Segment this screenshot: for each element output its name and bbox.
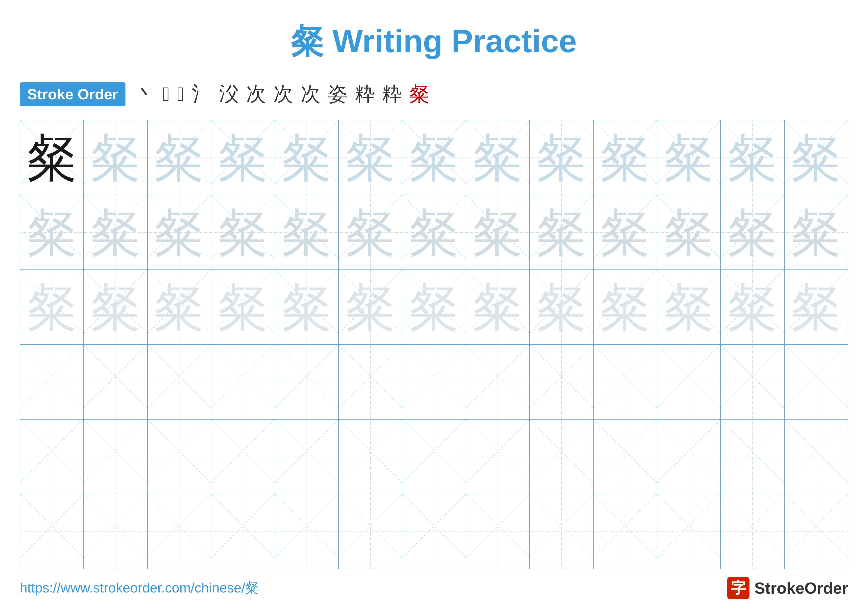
cell-5-2[interactable]: [84, 420, 147, 494]
char-light2-1: 粲: [27, 208, 77, 257]
cell-3-4[interactable]: 粲: [211, 270, 275, 344]
cell-6-2[interactable]: [84, 494, 147, 569]
cell-5-6[interactable]: [339, 420, 402, 494]
svg-line-96: [594, 345, 657, 408]
cell-3-13[interactable]: 粲: [784, 270, 848, 344]
footer-url[interactable]: https://www.strokeorder.com/chinese/粲: [20, 579, 259, 597]
svg-line-78: [20, 345, 84, 408]
cell-4-9[interactable]: [530, 345, 594, 419]
cell-5-8[interactable]: [466, 420, 530, 494]
cell-5-5[interactable]: [275, 420, 339, 494]
cell-2-5[interactable]: 粲: [275, 195, 339, 269]
cell-5-4[interactable]: [211, 420, 275, 494]
cell-1-10[interactable]: 粲: [594, 120, 657, 195]
cell-1-12[interactable]: 粲: [721, 120, 784, 195]
cell-2-7[interactable]: 粲: [402, 195, 466, 269]
cell-4-7[interactable]: [402, 345, 466, 419]
page-title: 粲 Writing Practice: [291, 23, 577, 59]
cell-1-4[interactable]: 粲: [211, 120, 275, 195]
svg-line-94: [530, 345, 593, 408]
cell-6-5[interactable]: [275, 494, 339, 569]
cell-4-13[interactable]: [784, 345, 848, 419]
cell-3-6[interactable]: 粲: [339, 270, 402, 344]
cell-3-8[interactable]: 粲: [466, 270, 530, 344]
cell-4-11[interactable]: [657, 345, 721, 419]
cell-3-3[interactable]: 粲: [148, 270, 211, 344]
cell-4-3[interactable]: [148, 345, 211, 419]
cell-6-1[interactable]: [20, 494, 84, 569]
cell-1-8[interactable]: 粲: [466, 120, 530, 195]
cell-4-8[interactable]: [466, 345, 530, 419]
cell-5-1[interactable]: [20, 420, 84, 494]
cell-6-11[interactable]: [657, 494, 721, 569]
cell-4-5[interactable]: [275, 345, 339, 419]
char-light2-8: 粲: [473, 208, 522, 257]
cell-4-1[interactable]: [20, 345, 84, 419]
cell-3-5[interactable]: 粲: [275, 270, 339, 344]
grid-row-6: [20, 494, 848, 569]
cell-3-9[interactable]: 粲: [530, 270, 594, 344]
cell-5-7[interactable]: [402, 420, 466, 494]
cell-6-9[interactable]: [530, 494, 594, 569]
cell-2-11[interactable]: 粲: [657, 195, 721, 269]
cell-6-13[interactable]: [784, 494, 848, 569]
cell-5-13[interactable]: [784, 420, 848, 494]
cell-6-12[interactable]: [721, 494, 784, 569]
cell-6-6[interactable]: [339, 494, 402, 569]
svg-line-149: [594, 494, 657, 558]
cell-2-2[interactable]: 粲: [84, 195, 147, 269]
cell-4-10[interactable]: [594, 345, 657, 419]
char-light3-9: 粲: [537, 282, 586, 332]
cell-6-10[interactable]: [594, 494, 657, 569]
cell-2-1[interactable]: 粲: [20, 195, 84, 269]
cell-4-4[interactable]: [211, 345, 275, 419]
cell-2-10[interactable]: 粲: [594, 195, 657, 269]
cell-2-4[interactable]: 粲: [211, 195, 275, 269]
cell-1-11[interactable]: 粲: [657, 120, 721, 195]
cell-3-2[interactable]: 粲: [84, 270, 147, 344]
cell-4-12[interactable]: [721, 345, 784, 419]
cell-1-2[interactable]: 粲: [84, 120, 147, 195]
stroke-11: 粋: [382, 81, 402, 107]
svg-line-152: [721, 494, 784, 558]
cell-5-10[interactable]: [594, 420, 657, 494]
svg-line-148: [594, 494, 657, 558]
cell-3-12[interactable]: 粲: [721, 270, 784, 344]
cell-1-13[interactable]: 粲: [784, 120, 848, 195]
svg-line-131: [20, 494, 84, 558]
svg-line-119: [466, 420, 529, 483]
cell-2-13[interactable]: 粲: [784, 195, 848, 269]
cell-3-7[interactable]: 粲: [402, 270, 466, 344]
cell-1-3[interactable]: 粲: [148, 120, 211, 195]
cell-2-8[interactable]: 粲: [466, 195, 530, 269]
cell-1-6[interactable]: 粲: [339, 120, 402, 195]
cell-1-7[interactable]: 粲: [402, 120, 466, 195]
cell-1-1[interactable]: 粲: [20, 120, 84, 195]
cell-6-3[interactable]: [148, 494, 211, 569]
cell-1-5[interactable]: 粲: [275, 120, 339, 195]
cell-1-9[interactable]: 粲: [530, 120, 594, 195]
cell-5-11[interactable]: [657, 420, 721, 494]
char-light2-7: 粲: [409, 208, 459, 257]
cell-3-1[interactable]: 粲: [20, 270, 84, 344]
cell-5-9[interactable]: [530, 420, 594, 494]
cell-6-4[interactable]: [211, 494, 275, 569]
cell-2-3[interactable]: 粲: [148, 195, 211, 269]
svg-line-83: [148, 345, 211, 408]
cell-3-10[interactable]: 粲: [594, 270, 657, 344]
char-light3-1: 粲: [27, 282, 77, 332]
cell-4-2[interactable]: [84, 345, 147, 419]
cell-3-11[interactable]: 粲: [657, 270, 721, 344]
cell-5-3[interactable]: [148, 420, 211, 494]
cell-5-12[interactable]: [721, 420, 784, 494]
cell-2-6[interactable]: 粲: [339, 195, 402, 269]
cell-2-9[interactable]: 粲: [530, 195, 594, 269]
svg-line-132: [84, 494, 147, 558]
cell-6-7[interactable]: [402, 494, 466, 569]
cell-6-8[interactable]: [466, 494, 530, 569]
svg-line-93: [466, 345, 529, 408]
cell-4-6[interactable]: [339, 345, 402, 419]
cell-2-12[interactable]: 粲: [721, 195, 784, 269]
svg-line-115: [339, 420, 402, 483]
svg-line-113: [275, 420, 338, 483]
